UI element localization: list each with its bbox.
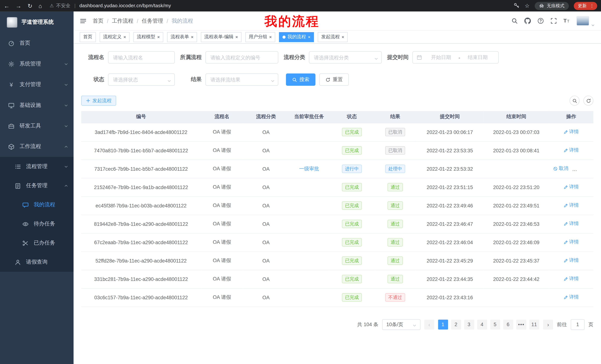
page-button[interactable]: 2 [451,319,461,329]
tags-view-tab[interactable]: 流程模型 × [133,32,163,42]
github-icon[interactable] [524,18,531,24]
address-bar[interactable]: ⚠ 不安全 | dashboard.yudao.iocoder.cn/bpm/t… [50,2,510,9]
tags-view-tab[interactable]: 我的流程 × [279,32,314,42]
sidebar-item-workflow[interactable]: 工作流程 [0,136,74,157]
start-process-button[interactable]: 发起流程 [81,96,116,106]
sidebar-item-done-tasks[interactable]: 已办任务 [0,233,74,252]
process-name-input[interactable] [108,51,175,63]
page-size-select[interactable]: 10条/页 [382,319,421,330]
sidebar-item-leave-query[interactable]: 请假查询 [0,253,74,272]
refresh-table-button[interactable] [583,96,593,106]
status-select-input[interactable] [108,74,175,86]
tags-view-tab[interactable]: 流程表单 × [167,32,197,42]
breadcrumb-item[interactable]: 工作流程 [112,18,133,24]
detail-action[interactable]: 详情 [563,202,579,209]
show-search-button[interactable] [570,96,580,106]
page-button[interactable]: 4 [477,319,487,329]
avatar[interactable] [576,16,589,26]
tab-close-icon[interactable]: × [157,35,160,39]
tab-close-icon[interactable]: × [269,35,272,39]
search-button[interactable]: 搜索 [286,74,316,86]
url-text[interactable]: dashboard.yudao.iocoder.cn/bpm/task/my [80,3,171,9]
cell-category: OA [243,141,289,160]
page-button[interactable]: 5 [490,319,500,329]
start-date-placeholder[interactable]: 开始日期 [424,54,458,61]
security-label[interactable]: 不安全 [56,2,70,9]
status-badge: 已完成 [342,293,362,301]
detail-action[interactable]: 详情 [563,129,579,135]
submit-time-range-picker[interactable]: 开始日期 - 结束日期 [412,51,499,63]
page-button[interactable]: 3 [464,319,474,329]
tags-view-tab[interactable]: 发起流程 × [318,32,348,42]
detail-action[interactable]: 详情 [563,184,579,190]
forward-icon[interactable]: → [16,3,21,9]
key-icon[interactable] [513,3,520,9]
result-select-input[interactable] [205,74,278,86]
font-size-icon[interactable] [563,18,570,24]
owner-process-input[interactable] [205,51,278,63]
bookmark-star-icon[interactable]: ☆ [525,3,530,9]
status-select[interactable] [108,74,175,86]
breadcrumb-item[interactable]: 任务管理 [142,18,163,24]
tab-close-icon[interactable]: × [191,35,193,39]
current-task-link[interactable]: 一级审批 [299,166,319,172]
fullscreen-icon[interactable] [551,18,557,24]
sidebar-item-process-mgmt[interactable]: 流程管理 [0,157,74,176]
page-button[interactable]: 11 [529,319,539,329]
sidebar-item-my-process[interactable]: 我的流程 [0,195,74,214]
tab-close-icon[interactable]: × [308,35,310,39]
search-icon[interactable] [511,18,518,24]
sidebar-item-todo-tasks[interactable]: 待办任务 [0,214,74,233]
back-icon[interactable]: ← [4,3,10,9]
tags-view-tab[interactable]: 流程定义 × [100,32,130,42]
sidebar-item-task-mgmt[interactable]: 任务管理 [0,176,74,195]
page-button[interactable]: 6 [503,319,513,329]
cell-submit-time: 2022-01-22 23:49:46 [416,196,484,215]
detail-action[interactable]: 详情 [563,220,579,227]
detail-action[interactable]: 详情 [563,239,579,245]
detail-action[interactable]: 详情 [563,147,579,153]
category-select-input[interactable] [309,51,382,63]
sidebar-item-home[interactable]: 首页 [0,33,74,53]
detail-action-label: 详情 [569,202,579,209]
detail-action[interactable]: 详情 [574,165,590,172]
cancel-action[interactable]: 取消 [553,165,569,172]
result-select[interactable] [205,74,278,86]
help-icon[interactable] [537,18,544,24]
sidebar-item-system[interactable]: 系统管理 [0,54,74,74]
sidebar-item-payment[interactable]: ¥ 支付管理 [0,74,74,95]
detail-action[interactable]: 详情 [563,294,579,301]
sidebar-item-devtools[interactable]: 研发工具 [0,115,74,136]
detail-action[interactable]: 详情 [563,257,579,264]
reload-icon[interactable]: ↻ [28,3,32,9]
browser-menu-icon[interactable]: ⋮ [590,3,594,9]
update-button[interactable]: 更新 ⋮ [573,2,597,10]
detail-action-label: 详情 [569,220,579,227]
app-shell: 芋道管理系统 首页 系统管理 ¥ 支付管理 [0,11,601,364]
hamburger-icon[interactable] [80,18,87,24]
page-button[interactable]: 1 [438,319,448,329]
end-date-placeholder[interactable]: 结束日期 [461,54,494,61]
page-button[interactable]: ••• [516,319,526,329]
status-badge: 已完成 [342,128,362,136]
next-page-button[interactable]: › [543,319,553,329]
home-icon[interactable]: ⌂ [39,3,42,9]
category-select[interactable] [309,51,382,63]
edit-icon [563,240,568,245]
user-menu[interactable] [576,16,595,26]
sidebar-item-infra[interactable]: 基础设施 [0,95,74,115]
prev-page-button[interactable]: ‹ [424,319,434,329]
tab-label: 流程表单-编辑 [204,34,233,40]
page-size-value: 10条/页 [386,321,403,328]
tags-view-tab[interactable]: 首页 [80,32,96,42]
reset-button[interactable]: 重置 [319,74,349,86]
tab-close-icon[interactable]: × [235,35,238,39]
tab-close-icon[interactable]: × [341,35,344,39]
tags-view-tab[interactable]: 用户分组 × [245,32,275,42]
breadcrumb-item[interactable]: 首页 [93,18,103,24]
detail-action[interactable]: 详情 [563,276,579,282]
tab-close-icon[interactable]: × [123,35,126,39]
tags-view-tab[interactable]: 流程表单-编辑 × [201,32,242,42]
update-label[interactable]: 更新 [578,3,587,9]
goto-page-input[interactable] [571,319,584,330]
